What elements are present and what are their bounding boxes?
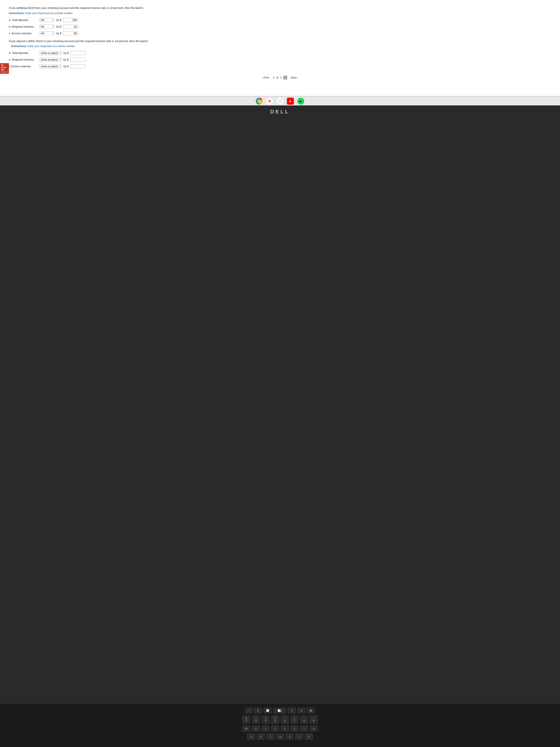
dropdown-c[interactable]: fall rise	[39, 31, 54, 35]
period-e: .	[86, 58, 87, 61]
key-r[interactable]: r	[262, 725, 270, 731]
amount-c-input[interactable]	[63, 31, 78, 35]
dropdown-d[interactable]: (Click to select) fall rise	[39, 51, 62, 55]
key-7-amp[interactable]: &7	[290, 716, 298, 724]
key-i[interactable]: i	[300, 725, 308, 731]
key-multiwindow[interactable]: ⬜‖	[273, 707, 286, 714]
key-g[interactable]: g	[276, 733, 284, 740]
keyboard-row-qwerty: W e r t y u i o	[5, 725, 555, 731]
key-refresh[interactable]: ↻	[254, 707, 262, 714]
period-a: .	[79, 19, 80, 22]
navigation-bar: Prev 2 of 3 Next	[9, 74, 551, 81]
key-f[interactable]: f	[266, 733, 274, 740]
key-6-caret[interactable]: ^6	[281, 716, 289, 724]
by-dollar-a: by $	[56, 19, 61, 22]
period-c: .	[79, 32, 80, 35]
question-f-label: f. Excess reserves	[9, 65, 38, 68]
key-tab[interactable]: →	[245, 707, 252, 714]
key-brightness-down[interactable]: ✦	[288, 707, 296, 714]
instructions-1: Instructions: Enter your responses as a …	[9, 12, 551, 15]
screen-content: Mc Graw Hill Education If you withdraw $…	[0, 0, 560, 96]
key-d[interactable]: d	[257, 733, 265, 740]
by-dollar-b: by $	[56, 25, 61, 28]
question-d-row: d. Total deposits (Click to select) fall…	[9, 51, 551, 55]
amount-e-input[interactable]	[70, 58, 85, 62]
amount-b-input[interactable]	[63, 25, 78, 29]
page-current: 2	[273, 76, 274, 79]
play-icon[interactable]: ▶	[297, 98, 304, 105]
key-j[interactable]: j	[295, 733, 303, 740]
key-4-dollar[interactable]: $4	[262, 716, 270, 724]
intro-text-2: If you deposit a $300 check in your chec…	[9, 39, 551, 43]
question-b-label: b. Required reserves	[9, 25, 38, 28]
by-dollar-e: by $	[63, 58, 68, 61]
gmail-icon[interactable]: M	[266, 98, 273, 105]
question-e-row: e. Required reserves (Click to'select) f…	[9, 58, 551, 62]
question-c-label: c. Excess reserves	[9, 32, 38, 35]
key-t[interactable]: t	[271, 725, 279, 731]
key-5-percent[interactable]: %5	[271, 716, 279, 724]
by-dollar-c: by $	[56, 32, 61, 35]
period-d: .	[86, 52, 87, 54]
key-w[interactable]: W	[242, 725, 250, 731]
question-b-row: b. Required reserves fall rise by $ .	[9, 25, 551, 29]
question-d-label: d. Total deposits	[9, 52, 38, 54]
key-s[interactable]: s	[247, 733, 255, 740]
amount-d-input[interactable]	[70, 51, 85, 55]
dropdown-b-wrapper[interactable]: fall rise	[39, 25, 54, 28]
dropdown-f[interactable]: (Click to select) fall rise	[39, 65, 62, 68]
key-8-star[interactable]: *8	[300, 716, 308, 724]
chrome-icon[interactable]	[256, 98, 263, 105]
key-o[interactable]: o	[310, 725, 318, 731]
question-f-row: f. Excess reserves (Click to select) fal…	[9, 64, 551, 68]
key-brightness-up[interactable]: ☀	[297, 707, 305, 714]
by-dollar-d: by $	[63, 52, 69, 54]
key-e[interactable]: e	[252, 725, 260, 731]
prev-button[interactable]: Prev	[262, 76, 269, 79]
grid-icon[interactable]	[284, 76, 287, 79]
key-screen[interactable]: ⬜	[264, 707, 272, 714]
key-y[interactable]: y	[281, 725, 289, 731]
period-f: .	[86, 65, 87, 68]
by-dollar-f: by $	[63, 65, 69, 68]
question-c-row: c. Excess reserves fall rise by $ .	[9, 31, 551, 35]
question-a-row: a. Total deposits fall rise by $ .	[9, 18, 551, 22]
key-2-at[interactable]: @2	[242, 716, 250, 724]
key-mute[interactable]: 🔇	[307, 707, 315, 714]
page-of: of	[276, 76, 278, 79]
dropdown-b[interactable]: fall rise	[39, 25, 54, 28]
period-b: .	[79, 25, 80, 28]
page-total: 3	[280, 76, 282, 79]
taskbar: M 📄 ▶ ▶	[0, 96, 560, 105]
amount-f-input[interactable]	[70, 64, 85, 68]
keyboard-row-asdf: s d f g h j k	[5, 733, 555, 740]
dropdown-c-wrapper[interactable]: fall rise	[39, 31, 54, 35]
question-a-label: a. Total deposits	[9, 19, 38, 22]
key-h[interactable]: h	[286, 733, 294, 740]
question-e-label: e. Required reserves	[9, 58, 38, 61]
next-button[interactable]: Next	[291, 76, 298, 79]
amount-a-input[interactable]	[63, 18, 78, 22]
dell-brand-area: DELL	[0, 105, 560, 704]
dropdown-f-wrapper[interactable]: (Click to select) fall rise	[39, 65, 62, 68]
keyboard-area: → ↻ ⬜ ⬜‖ ✦ ☀ 🔇 @2 #3 $4 %5 ^6 &7 *8 (9 W…	[0, 704, 560, 747]
instructions-2: Instructions: Enter your responses as a …	[11, 45, 551, 48]
files-icon[interactable]: 📄	[276, 98, 284, 105]
dropdown-a-wrapper[interactable]: fall rise	[39, 18, 54, 22]
key-u[interactable]: u	[290, 725, 298, 731]
dropdown-e[interactable]: (Click to'select) fall rise	[39, 58, 61, 62]
keyboard-row-numbers: @2 #3 $4 %5 ^6 &7 *8 (9	[5, 716, 555, 724]
dropdown-d-wrapper[interactable]: (Click to select) fall rise	[39, 51, 62, 55]
mcgraw-badge: Mc Graw Hill Education	[0, 63, 9, 74]
intro-text-1: If you withdraw $100 from your checking …	[9, 6, 551, 10]
dropdown-e-wrapper[interactable]: (Click to'select) fall rise	[39, 58, 61, 62]
youtube-icon[interactable]: ▶	[287, 98, 294, 105]
dell-logo: DELL	[270, 109, 290, 114]
key-9-lparen[interactable]: (9	[310, 716, 318, 724]
dropdown-a[interactable]: fall rise	[39, 18, 54, 22]
page-info: 2 of 3	[273, 76, 287, 79]
key-3-hash[interactable]: #3	[252, 716, 260, 724]
keyboard-row-fn: → ↻ ⬜ ⬜‖ ✦ ☀ 🔇	[5, 707, 555, 714]
key-k[interactable]: k	[305, 733, 313, 740]
